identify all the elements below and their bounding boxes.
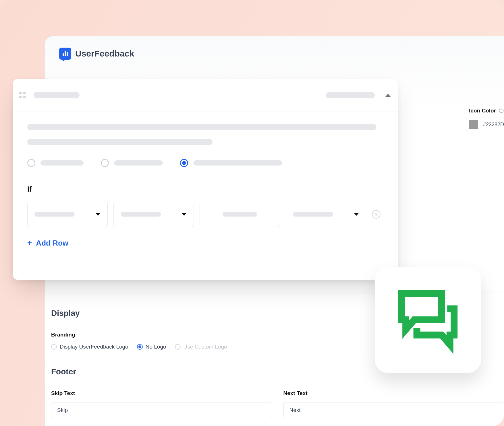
icon-color-row: Icon Color [469, 108, 504, 114]
add-row-label: Add Row [36, 239, 68, 248]
skip-text-label: Skip Text [51, 390, 272, 396]
chat-bubbles-icon [393, 285, 462, 354]
reset-icon[interactable] [499, 108, 504, 113]
remove-row-button[interactable]: ✕ [372, 210, 381, 219]
skip-text-input[interactable] [51, 402, 272, 418]
app-name: UserFeedback [75, 49, 134, 59]
condition-select-3[interactable] [286, 202, 366, 227]
radio-icon [180, 159, 188, 167]
collapse-button[interactable] [378, 79, 398, 112]
text-placeholder [27, 139, 213, 145]
radio-icon [27, 159, 35, 167]
card-title-placeholder [34, 92, 80, 98]
app-logo-icon [59, 48, 71, 60]
card-header [13, 79, 398, 112]
select-placeholder [293, 212, 333, 217]
condition-input[interactable] [200, 202, 280, 227]
radio-icon [51, 344, 57, 350]
branding-option-custom-logo: Use Custom Logo [175, 344, 227, 350]
chevron-down-icon [181, 213, 187, 216]
footer-section: Footer Skip Text Next Text [51, 367, 504, 418]
if-label: If [27, 185, 383, 194]
option-row [27, 159, 383, 167]
chevron-down-icon [354, 213, 359, 216]
input-placeholder [223, 212, 257, 217]
chevron-down-icon [95, 213, 101, 216]
text-placeholder [27, 124, 376, 130]
plus-icon: + [27, 238, 32, 248]
option-2[interactable] [101, 159, 163, 167]
card-badge-placeholder [326, 92, 375, 98]
radio-label: Display UserFeedback Logo [60, 344, 128, 350]
color-swatch[interactable] [469, 120, 478, 129]
condition-select-1[interactable] [27, 202, 108, 227]
color-value: #23282D [483, 122, 504, 128]
option-1[interactable] [27, 159, 84, 167]
radio-label: No Logo [146, 344, 166, 350]
condition-select-2[interactable] [113, 202, 194, 227]
radio-icon [175, 344, 181, 350]
option-label-placeholder [40, 160, 84, 166]
condition-row: ✕ [27, 202, 383, 227]
radio-label: Use Custom Logo [184, 344, 227, 350]
option-3[interactable] [180, 159, 282, 167]
option-label-placeholder [193, 160, 282, 166]
icon-color-input[interactable]: #23282D [466, 118, 504, 131]
chat-widget-preview [375, 267, 481, 373]
branding-option-show-logo[interactable]: Display UserFeedback Logo [51, 344, 128, 350]
add-row-button[interactable]: + Add Row [27, 238, 383, 248]
close-icon: ✕ [374, 211, 379, 217]
radio-icon [137, 344, 143, 350]
icon-color-label: Icon Color [469, 108, 496, 114]
drag-handle-icon[interactable] [19, 92, 26, 98]
chevron-up-icon [385, 94, 391, 97]
next-text-label: Next Text [283, 390, 504, 396]
branding-option-no-logo[interactable]: No Logo [137, 344, 166, 350]
select-placeholder [34, 212, 75, 217]
select-placeholder [121, 212, 161, 217]
option-label-placeholder [114, 160, 163, 166]
next-text-input[interactable] [283, 402, 504, 418]
app-header: UserFeedback [59, 48, 489, 60]
logic-card: If ✕ + Add Row [13, 79, 398, 280]
radio-icon [101, 159, 109, 167]
